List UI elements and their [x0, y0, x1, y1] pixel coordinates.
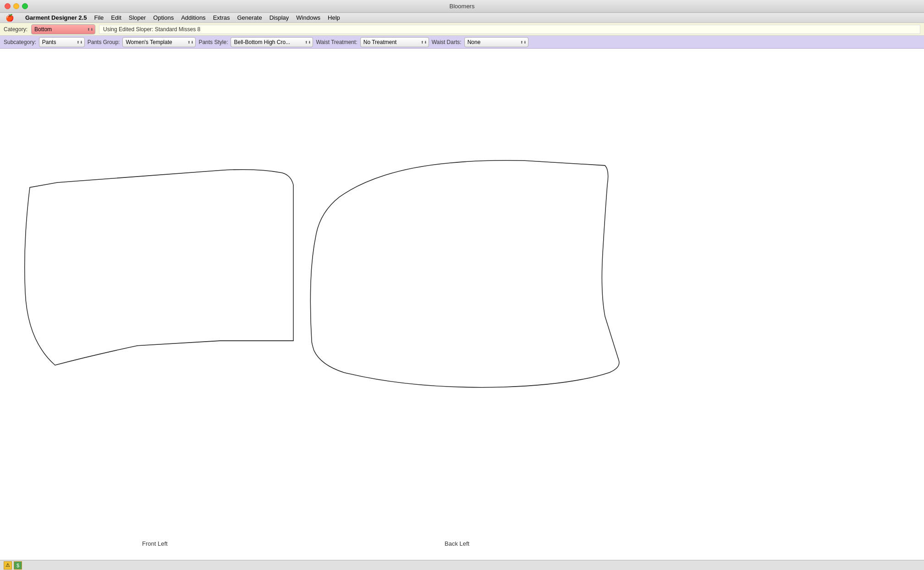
waist-treatment-select-wrapper[interactable]: No Treatment — [360, 37, 429, 47]
category-select[interactable]: Bottom — [31, 24, 95, 34]
back-left-piece — [310, 160, 619, 387]
front-left-label: Front Left — [142, 540, 168, 547]
title-bar: Bloomers — [0, 0, 924, 13]
sloper-info: Using Edited Sloper: Standard Misses 8 — [99, 25, 920, 34]
minimize-button[interactable] — [13, 3, 19, 9]
front-left-piece — [25, 170, 293, 365]
category-label: Category: — [4, 26, 28, 33]
window-title: Bloomers — [450, 3, 475, 10]
pants-style-select-wrapper[interactable]: Bell-Bottom High Cro... — [231, 37, 313, 47]
pants-group-select[interactable]: Women's Template — [122, 37, 196, 47]
waist-darts-select-wrapper[interactable]: None — [464, 37, 528, 47]
menu-bar: 🍎 Garment Designer 2.5 File Edit Sloper … — [0, 13, 924, 23]
status-bar: ⚠ $ — [0, 560, 924, 570]
menu-generate[interactable]: Generate — [233, 14, 265, 22]
warning-icon: ⚠ — [4, 561, 12, 570]
maximize-button[interactable] — [22, 3, 28, 9]
apple-menu[interactable]: 🍎 — [2, 14, 18, 22]
menu-extras[interactable]: Extras — [209, 14, 234, 22]
menu-additions[interactable]: Additions — [177, 14, 209, 22]
traffic-lights — [0, 3, 28, 9]
app-container: Bloomers 🍎 Garment Designer 2.5 File Edi… — [0, 0, 924, 570]
currency-icon: $ — [14, 561, 22, 570]
waist-darts-select[interactable]: None — [464, 37, 528, 47]
main-window: Bloomers 🍎 Garment Designer 2.5 File Edi… — [0, 0, 924, 570]
pants-style-select[interactable]: Bell-Bottom High Cro... — [231, 37, 313, 47]
menu-edit[interactable]: Edit — [107, 14, 125, 22]
subcategory-bar: Subcategory: Pants Pants Group: Women's … — [0, 36, 924, 49]
waist-treatment-select[interactable]: No Treatment — [360, 37, 429, 47]
waist-darts-label: Waist Darts: — [432, 39, 462, 45]
pants-group-select-wrapper[interactable]: Women's Template — [122, 37, 196, 47]
menu-windows[interactable]: Windows — [292, 14, 324, 22]
app-name-menu[interactable]: Garment Designer 2.5 — [22, 14, 90, 22]
menu-options[interactable]: Options — [149, 14, 177, 22]
pants-style-label: Pants Style: — [198, 39, 228, 45]
pattern-canvas — [0, 49, 924, 560]
back-left-label: Back Left — [445, 540, 469, 547]
menu-display[interactable]: Display — [266, 14, 293, 22]
category-select-wrapper[interactable]: Bottom — [31, 24, 95, 34]
menu-sloper[interactable]: Sloper — [125, 14, 150, 22]
menu-file[interactable]: File — [90, 14, 107, 22]
subcategory-select-wrapper[interactable]: Pants — [39, 37, 85, 47]
menu-help[interactable]: Help — [324, 14, 344, 22]
waist-treatment-label: Waist Treatment: — [316, 39, 357, 45]
subcategory-select[interactable]: Pants — [39, 37, 85, 47]
category-bar: Category: Bottom Using Edited Sloper: St… — [0, 23, 924, 36]
close-button[interactable] — [5, 3, 11, 9]
subcategory-label: Subcategory: — [4, 39, 36, 45]
canvas-area[interactable]: Front Left Back Left — [0, 49, 924, 560]
pants-group-label: Pants Group: — [88, 39, 120, 45]
